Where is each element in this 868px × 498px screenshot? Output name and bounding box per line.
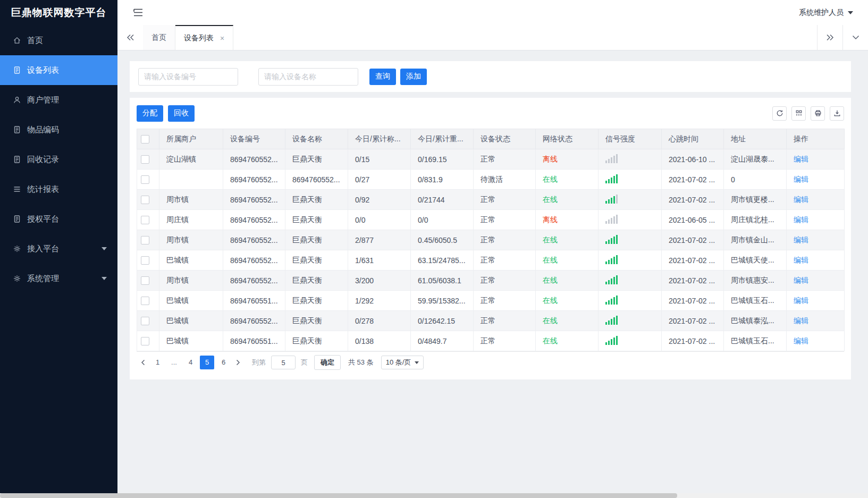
edit-link[interactable]: 编辑 <box>794 235 808 244</box>
sidebar-item[interactable]: 首页 <box>0 26 117 55</box>
page-number[interactable]: 4 <box>183 356 198 369</box>
cell-heartbeat: 2021-06-10 ... <box>662 149 724 170</box>
tab[interactable]: 设备列表 × <box>175 25 233 50</box>
cell-device-no: 8694760552... <box>223 311 285 331</box>
edit-link[interactable]: 编辑 <box>794 215 808 224</box>
cell-device-name: 巨鼎天衡 <box>285 149 348 170</box>
scrollbar-thumb[interactable] <box>0 493 677 498</box>
sidebar-item[interactable]: 系统管理 <box>0 264 117 293</box>
tab-actions <box>817 25 868 50</box>
cell-device-no: 8694760552... <box>223 250 285 271</box>
cell-address: 巴城镇玉石... <box>724 291 787 311</box>
row-checkbox[interactable] <box>141 175 149 184</box>
cell-device-status: 正常 <box>474 311 536 331</box>
cell-today-total-count: 0/27 <box>348 170 411 190</box>
horizontal-scrollbar[interactable] <box>0 493 868 498</box>
cell-network-status: 在线 <box>543 256 558 264</box>
document-icon <box>13 155 21 164</box>
column-header: 所属商户 <box>159 129 223 149</box>
cell-address: 巴城镇玉石... <box>724 331 787 351</box>
table-toolbar: 分配 回收 <box>137 98 844 129</box>
device-name-input[interactable] <box>258 68 358 86</box>
refresh-icon[interactable] <box>772 106 787 121</box>
cell-device-no: 8694760552... <box>223 210 285 230</box>
page-number[interactable]: 1 <box>150 356 165 369</box>
table-row: 巴城镇 8694760551... 巨鼎天衡 1/292 59.95/15382… <box>137 291 845 311</box>
assign-button[interactable]: 分配 <box>137 105 163 122</box>
tabs-scroll-right-icon[interactable] <box>817 25 842 50</box>
query-button[interactable]: 查询 <box>369 69 396 85</box>
cell-address: 淀山湖晟泰... <box>724 149 787 170</box>
recycle-button[interactable]: 回收 <box>168 105 195 122</box>
signal-strength-icon <box>605 214 618 224</box>
sidebar-item[interactable]: 商户管理 <box>0 85 117 115</box>
signal-strength-icon <box>605 315 618 325</box>
cell-merchant: 巴城镇 <box>159 250 223 271</box>
edit-link[interactable]: 编辑 <box>794 336 808 345</box>
next-page-icon[interactable] <box>232 356 245 369</box>
cell-today-total-weight: 0/4849.7 <box>411 331 474 351</box>
print-icon[interactable] <box>811 106 825 121</box>
cell-heartbeat: 2021-07-02 ... <box>662 331 724 351</box>
row-checkbox[interactable] <box>141 216 149 224</box>
cell-device-no: 8694760552... <box>223 149 285 170</box>
edit-link[interactable]: 编辑 <box>794 175 808 183</box>
document-icon <box>13 125 21 134</box>
chevron-down-icon <box>848 11 853 14</box>
row-checkbox[interactable] <box>141 297 149 305</box>
sidebar-item[interactable]: 物品编码 <box>0 115 117 145</box>
sidebar-item-label: 设备列表 <box>27 65 59 75</box>
tabs-menu-icon[interactable] <box>842 25 868 50</box>
edit-link[interactable]: 编辑 <box>794 256 808 264</box>
tab[interactable]: 首页 <box>143 25 175 50</box>
cell-today-total-count: 0/138 <box>348 331 411 351</box>
add-button[interactable]: 添加 <box>400 69 427 85</box>
confirm-button[interactable]: 确定 <box>314 355 341 370</box>
row-checkbox[interactable] <box>141 236 149 244</box>
goto-page-input[interactable] <box>271 356 296 369</box>
row-checkbox[interactable] <box>141 196 149 204</box>
cell-heartbeat: 2021-07-02 ... <box>662 271 724 291</box>
cell-merchant: 巴城镇 <box>159 311 223 331</box>
edit-link[interactable]: 编辑 <box>794 155 808 163</box>
tabs-scroll-left-icon[interactable] <box>117 25 143 50</box>
cell-device-name: 巨鼎天衡 <box>285 190 348 210</box>
edit-link[interactable]: 编辑 <box>794 195 808 204</box>
row-checkbox[interactable] <box>141 276 149 285</box>
edit-link[interactable]: 编辑 <box>794 276 808 284</box>
close-icon[interactable]: × <box>220 35 224 42</box>
edit-link[interactable]: 编辑 <box>794 316 808 325</box>
collapse-sidebar-icon[interactable] <box>133 8 143 17</box>
sidebar-item[interactable]: 接入平台 <box>0 234 117 264</box>
cell-device-no: 8694760551... <box>223 291 285 311</box>
row-checkbox[interactable] <box>141 337 149 345</box>
page-size-select[interactable]: 10 条/页 <box>381 356 424 369</box>
prev-page-icon[interactable] <box>137 356 149 369</box>
signal-strength-icon <box>605 174 618 183</box>
cell-device-status: 正常 <box>474 271 536 291</box>
sidebar-item[interactable]: 统计报表 <box>0 174 117 204</box>
row-checkbox[interactable] <box>141 256 149 265</box>
page-number[interactable]: 5 <box>200 356 214 369</box>
device-table: 所属商户设备编号设备名称今日/累计称...今日/累计重...设备状态网络状态信号… <box>137 129 845 351</box>
tab-label: 首页 <box>151 33 166 43</box>
signal-strength-icon <box>605 234 618 244</box>
cell-address: 巴城镇天使... <box>724 250 787 271</box>
page-number[interactable]: 6 <box>216 356 231 369</box>
cell-device-name: 巨鼎天衡 <box>285 331 348 351</box>
sidebar-item[interactable]: 授权平台 <box>0 204 117 234</box>
cell-heartbeat: 2021-07-02 ... <box>662 190 724 210</box>
device-no-input[interactable] <box>138 68 238 86</box>
edit-link[interactable]: 编辑 <box>794 296 808 305</box>
cell-heartbeat: 2021-07-02 ... <box>662 311 724 331</box>
user-menu[interactable]: 系统维护人员 <box>799 8 853 18</box>
select-all-checkbox[interactable] <box>141 135 149 144</box>
sidebar-item[interactable]: 设备列表 <box>0 55 117 85</box>
cell-device-status: 正常 <box>474 250 536 271</box>
columns-icon[interactable] <box>791 106 806 121</box>
row-checkbox[interactable] <box>141 155 149 164</box>
sidebar-item[interactable]: 回收记录 <box>0 145 117 174</box>
list-icon <box>13 185 21 193</box>
row-checkbox[interactable] <box>141 317 149 325</box>
export-icon[interactable] <box>830 106 844 121</box>
